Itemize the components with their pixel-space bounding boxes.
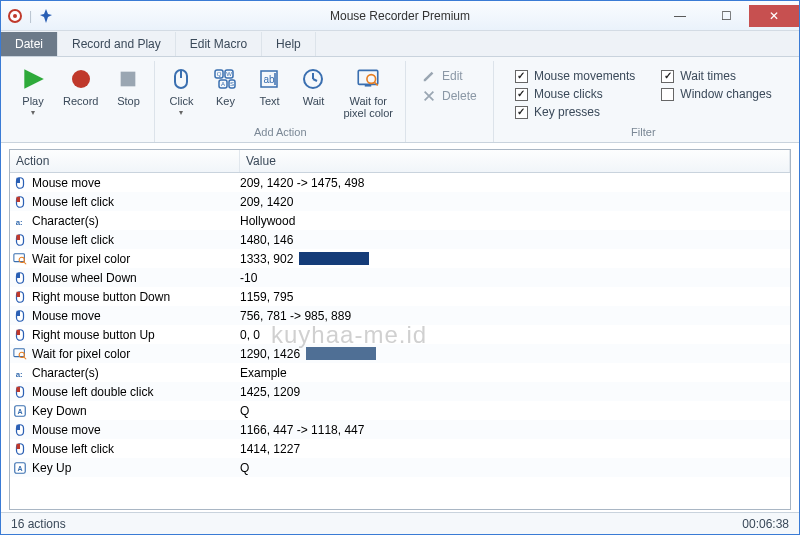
wait-pixel-button[interactable]: Wait for pixel color bbox=[337, 63, 399, 121]
chars-icon: a: bbox=[12, 365, 28, 381]
table-row[interactable]: Mouse wheel Down-10 bbox=[10, 268, 790, 287]
svg-rect-21 bbox=[365, 84, 372, 86]
table-row[interactable]: Mouse move1166, 447 -> 1118, 447 bbox=[10, 420, 790, 439]
table-row[interactable]: a:Character(s)Example bbox=[10, 363, 790, 382]
value-text: -10 bbox=[240, 271, 257, 285]
wait-button[interactable]: Wait bbox=[293, 63, 333, 109]
table-row[interactable]: Mouse left double click1425, 1209 bbox=[10, 382, 790, 401]
macro-table: Action Value Mouse move209, 1420 -> 1475… bbox=[9, 149, 791, 510]
action-text: Wait for pixel color bbox=[32, 347, 130, 361]
mouse-red-icon bbox=[12, 327, 28, 343]
pencil-icon bbox=[422, 69, 436, 83]
stop-button[interactable]: Stop bbox=[108, 63, 148, 109]
svg-text:Q: Q bbox=[217, 71, 222, 77]
app-icon bbox=[7, 8, 23, 24]
value-text: 1414, 1227 bbox=[240, 442, 300, 456]
col-action[interactable]: Action bbox=[10, 150, 240, 172]
maximize-button[interactable]: ☐ bbox=[703, 5, 749, 27]
mouse-red-icon bbox=[12, 194, 28, 210]
action-text: Mouse move bbox=[32, 309, 101, 323]
svg-text:A: A bbox=[17, 407, 22, 414]
table-row[interactable]: Right mouse button Down1159, 795 bbox=[10, 287, 790, 306]
table-row[interactable]: AKey UpQ bbox=[10, 458, 790, 477]
status-bar: 16 actions 00:06:38 bbox=[1, 512, 799, 534]
filter-wait-times[interactable]: Wait times bbox=[661, 69, 771, 83]
table-row[interactable]: Right mouse button Up0, 0 bbox=[10, 325, 790, 344]
svg-line-37 bbox=[24, 356, 27, 359]
table-row[interactable]: a:Character(s)Hollywood bbox=[10, 211, 790, 230]
action-text: Character(s) bbox=[32, 214, 99, 228]
text-icon: ab bbox=[255, 65, 283, 93]
table-row[interactable]: Mouse move756, 781 -> 985, 889 bbox=[10, 306, 790, 325]
minimize-button[interactable]: — bbox=[657, 5, 703, 27]
text-button[interactable]: ab Text bbox=[249, 63, 289, 109]
play-button[interactable]: Play ▾ bbox=[13, 63, 53, 119]
pin-icon[interactable] bbox=[38, 8, 54, 24]
action-text: Mouse move bbox=[32, 176, 101, 190]
pixel-icon bbox=[12, 251, 28, 267]
record-icon bbox=[67, 65, 95, 93]
color-swatch bbox=[306, 347, 376, 360]
svg-text:a:: a: bbox=[16, 369, 23, 378]
group-label-add-action: Add Action bbox=[254, 126, 307, 140]
keyboard-icon: QWAS bbox=[211, 65, 239, 93]
value-text: 209, 1420 bbox=[240, 195, 293, 209]
edit-button[interactable]: Edit bbox=[422, 69, 477, 83]
action-text: Mouse left click bbox=[32, 195, 114, 209]
mouse-red-icon bbox=[12, 232, 28, 248]
group-label-edit bbox=[448, 126, 451, 140]
col-value[interactable]: Value bbox=[240, 150, 790, 172]
close-button[interactable]: ✕ bbox=[749, 5, 799, 27]
value-text: 1333, 902 bbox=[240, 252, 293, 266]
chars-icon: a: bbox=[12, 213, 28, 229]
action-text: Right mouse button Down bbox=[32, 290, 170, 304]
value-text: 1166, 447 -> 1118, 447 bbox=[240, 423, 364, 437]
clock-icon bbox=[299, 65, 327, 93]
value-text: Q bbox=[240, 461, 249, 475]
keyA-icon: A bbox=[12, 460, 28, 476]
click-button[interactable]: Click ▾ bbox=[161, 63, 201, 119]
filter-window-changes[interactable]: Window changes bbox=[661, 87, 771, 101]
pixel-search-icon bbox=[354, 65, 382, 93]
status-time: 00:06:38 bbox=[742, 517, 789, 531]
value-text: Example bbox=[240, 366, 287, 380]
action-text: Key Down bbox=[32, 404, 87, 418]
filter-key-presses[interactable]: Key presses bbox=[515, 105, 635, 119]
record-button[interactable]: Record bbox=[57, 63, 104, 109]
mouse-red-icon bbox=[12, 384, 28, 400]
svg-text:ab: ab bbox=[264, 74, 276, 85]
svg-text:A: A bbox=[17, 464, 22, 471]
svg-text:S: S bbox=[230, 81, 234, 87]
tab-datei[interactable]: Datei bbox=[1, 32, 58, 56]
table-row[interactable]: Mouse left click1480, 146 bbox=[10, 230, 790, 249]
filter-mouse-clicks[interactable]: Mouse clicks bbox=[515, 87, 635, 101]
table-row[interactable]: Mouse move209, 1420 -> 1475, 498 bbox=[10, 173, 790, 192]
action-text: Mouse move bbox=[32, 423, 101, 437]
table-row[interactable]: Wait for pixel color1333, 902 bbox=[10, 249, 790, 268]
key-button[interactable]: QWAS Key bbox=[205, 63, 245, 109]
table-row[interactable]: Wait for pixel color1290, 1426 bbox=[10, 344, 790, 363]
svg-point-2 bbox=[72, 70, 90, 88]
svg-line-30 bbox=[24, 261, 27, 264]
action-text: Key Up bbox=[32, 461, 71, 475]
group-label-playback bbox=[79, 126, 82, 140]
mouse-icon bbox=[167, 65, 195, 93]
table-row[interactable]: Mouse left click1414, 1227 bbox=[10, 439, 790, 458]
value-text: 1480, 146 bbox=[240, 233, 293, 247]
filter-mouse-movements[interactable]: Mouse movements bbox=[515, 69, 635, 83]
tab-edit-macro[interactable]: Edit Macro bbox=[176, 32, 262, 56]
delete-button[interactable]: Delete bbox=[422, 89, 477, 103]
status-count: 16 actions bbox=[11, 517, 66, 531]
svg-line-19 bbox=[313, 79, 317, 81]
stop-icon bbox=[114, 65, 142, 93]
tab-record-play[interactable]: Record and Play bbox=[58, 32, 176, 56]
table-row[interactable]: Mouse left click209, 1420 bbox=[10, 192, 790, 211]
chevron-down-icon: ▾ bbox=[179, 109, 183, 117]
action-text: Right mouse button Up bbox=[32, 328, 155, 342]
svg-point-1 bbox=[13, 14, 17, 18]
window-titlebar: | Mouse Recorder Premium — ☐ ✕ bbox=[1, 1, 799, 31]
divider: | bbox=[29, 9, 32, 23]
tab-help[interactable]: Help bbox=[262, 32, 316, 56]
ribbon: Play ▾ Record Stop Click ▾ bbox=[1, 57, 799, 143]
table-row[interactable]: AKey DownQ bbox=[10, 401, 790, 420]
